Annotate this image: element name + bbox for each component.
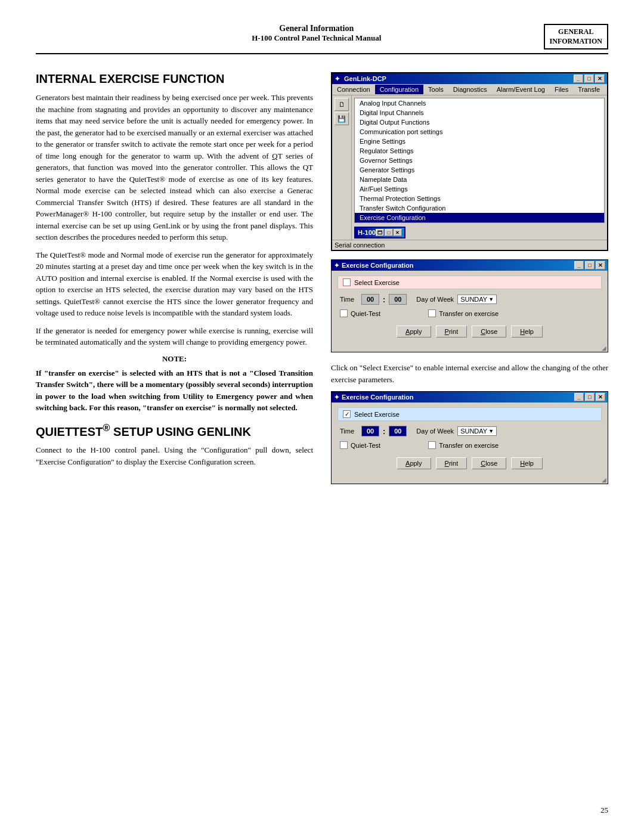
header: General Information H-100 Control Panel … [36, 24, 608, 54]
genlink-window: ✦ GenLink-DCP _ □ ✕ Connection Configura… [331, 72, 608, 251]
h100-titlebar: H-100 🗖 □ ✕ [355, 228, 404, 237]
h100-max-btn[interactable]: □ [385, 229, 393, 236]
ex2-close-btn[interactable]: ✕ [596, 393, 605, 401]
content-area: INTERNAL EXERCISE FUNCTION Generators be… [36, 72, 608, 494]
menu-regulator[interactable]: Regulator Settings [355, 146, 604, 156]
genlink-icon: ✦ [335, 75, 340, 82]
dow-label-1: Day of Week [416, 296, 454, 303]
close-button-2[interactable]: Close [472, 457, 506, 469]
menu-configuration[interactable]: Configuration [375, 85, 423, 94]
menu-engine-settings[interactable]: Engine Settings [355, 137, 604, 146]
h100-restore-btn[interactable]: 🗖 [376, 229, 384, 236]
section1-para1: Generators best maintain their readiness… [36, 92, 313, 243]
buttons-row-2: Apply Print Close Help [338, 455, 602, 472]
select-exercise-checkbox-1[interactable] [343, 278, 351, 286]
menu-transfer[interactable]: Transfe [573, 85, 605, 94]
menu-tools[interactable]: Tools [423, 85, 448, 94]
menu-files[interactable]: Files [550, 85, 573, 94]
header-titles: General Information H-100 Control Panel … [89, 24, 544, 43]
header-badge: GENERAL INFORMATION [544, 24, 608, 49]
transfer-item-1: Transfer on exercise [428, 309, 499, 317]
h100-controls: 🗖 □ ✕ [376, 229, 402, 236]
right-column: ✦ GenLink-DCP _ □ ✕ Connection Configura… [331, 72, 608, 494]
menu-connection[interactable]: Connection [332, 85, 375, 94]
transfer-checkbox-1[interactable] [428, 309, 436, 317]
quiet-test-label-1: Quiet-Test [351, 310, 380, 317]
time-label-1: Time [340, 296, 358, 303]
ex1-max-btn[interactable]: □ [585, 261, 595, 270]
h100-child-area: H-100 🗖 □ ✕ [352, 225, 607, 240]
close-button-1[interactable]: Close [472, 326, 506, 337]
apply-button-2[interactable]: Apply [397, 457, 431, 469]
minimize-button[interactable]: _ [574, 75, 583, 83]
config-menu-list: Analog Input Channels Digital Input Chan… [355, 98, 604, 222]
dow-arrow-2: ▼ [488, 428, 494, 434]
genlink-body: 🗋 💾 Analog Input Channels Digital Input … [332, 95, 607, 240]
header-title-sub: H-100 Control Panel Technical Manual [252, 33, 381, 43]
menu-exercise-config[interactable]: Exercise Configuration [355, 213, 604, 222]
menu-generator-settings[interactable]: Generator Settings [355, 165, 604, 175]
genlink-main-area: Analog Input Channels Digital Input Chan… [352, 95, 607, 240]
select-exercise-checkbox-2[interactable] [343, 410, 351, 418]
checkbox-row-1: Quiet-Test Transfer on exercise [338, 309, 602, 317]
menu-transfer-switch[interactable]: Transfer Switch Configuration [355, 203, 604, 213]
quiet-test-item-2: Quiet-Test [340, 441, 380, 449]
ex1-close-btn[interactable]: ✕ [596, 261, 605, 270]
genlink-window-controls: _ □ ✕ [574, 75, 605, 83]
menu-nameplate[interactable]: Nameplate Data [355, 175, 604, 184]
ex1-min-btn[interactable]: _ [574, 261, 584, 270]
section1-para3: If the generator is needed for emergency… [36, 325, 313, 348]
menu-digital-output[interactable]: Digital Output Functions [355, 117, 604, 127]
menu-comm-port[interactable]: Communication port settings [355, 127, 604, 137]
ex2-min-btn[interactable]: _ [574, 393, 584, 401]
transfer-label-2: Transfer on exercise [439, 442, 499, 449]
close-button[interactable]: ✕ [595, 75, 605, 83]
time-hour-2[interactable]: 00 [361, 426, 379, 436]
exercise-config-2-titlebar: ✦ Exercise Configuration _ □ ✕ [332, 392, 608, 402]
menu-digital-input[interactable]: Digital Input Channels [355, 108, 604, 117]
print-button-2[interactable]: Print [436, 457, 467, 469]
exercise-1-controls: _ □ ✕ [574, 261, 605, 270]
note-text: If "transfer on exercise" is selected wi… [36, 367, 313, 414]
toolbar-new-btn[interactable]: 🗋 [335, 98, 349, 111]
section2-title: QUIETTEST® SETUP USING GENLINK [36, 422, 313, 439]
h100-close-btn[interactable]: ✕ [394, 229, 402, 236]
print-button-1[interactable]: Print [436, 326, 467, 337]
maximize-button[interactable]: □ [584, 75, 594, 83]
menu-air-fuel[interactable]: Air/Fuel Settings [355, 184, 604, 194]
section1-para2: The QuietTest® mode and Normal mode of e… [36, 249, 313, 319]
quiet-test-checkbox-1[interactable] [340, 309, 348, 317]
genlink-titlebar-left: ✦ GenLink-DCP [335, 75, 386, 83]
exercise-title-2: Exercise Configuration [342, 394, 413, 401]
h100-window: H-100 🗖 □ ✕ [354, 227, 405, 239]
time-row-1: Time 00 : 00 Day of Week SUNDAY ▼ [338, 294, 602, 305]
menu-alarm-log[interactable]: Alarm/Event Log [492, 85, 550, 94]
exercise-title-1: Exercise Configuration [342, 262, 413, 269]
menu-diagnostics[interactable]: Diagnostics [448, 85, 492, 94]
menu-analog-input[interactable]: Analog Input Channels [355, 98, 604, 108]
apply-button-1[interactable]: Apply [397, 326, 431, 337]
ex2-max-btn[interactable]: □ [585, 393, 595, 401]
between-text: Click on "Select Exercise" to enable int… [331, 362, 608, 385]
transfer-item-2: Transfer on exercise [428, 441, 499, 449]
time-sep-2: : [383, 427, 385, 436]
help-button-1[interactable]: Help [511, 326, 543, 337]
page-number: 25 [600, 806, 608, 815]
time-min-2[interactable]: 00 [389, 426, 407, 436]
menu-governor[interactable]: Governor Settings [355, 156, 604, 165]
genlink-titlebar: ✦ GenLink-DCP _ □ ✕ [332, 73, 607, 84]
left-column: INTERNAL EXERCISE FUNCTION Generators be… [36, 72, 313, 494]
menu-thermal[interactable]: Thermal Protection Settings [355, 194, 604, 203]
time-hour-1[interactable]: 00 [361, 294, 379, 305]
toolbar-save-btn[interactable]: 💾 [335, 112, 349, 125]
help-button-2[interactable]: Help [511, 457, 543, 469]
time-min-1[interactable]: 00 [389, 294, 407, 305]
dow-dropdown-1[interactable]: SUNDAY ▼ [457, 295, 497, 304]
select-exercise-row-1: Select Exercise [338, 275, 602, 289]
section1-title: INTERNAL EXERCISE FUNCTION [36, 72, 313, 86]
time-row-2: Time 00 : 00 Day of Week SUNDAY ▼ [338, 426, 602, 436]
select-exercise-label-2: Select Exercise [354, 411, 400, 418]
quiet-test-checkbox-2[interactable] [340, 441, 348, 449]
dow-dropdown-2[interactable]: SUNDAY ▼ [457, 426, 497, 436]
transfer-checkbox-2[interactable] [428, 441, 436, 449]
